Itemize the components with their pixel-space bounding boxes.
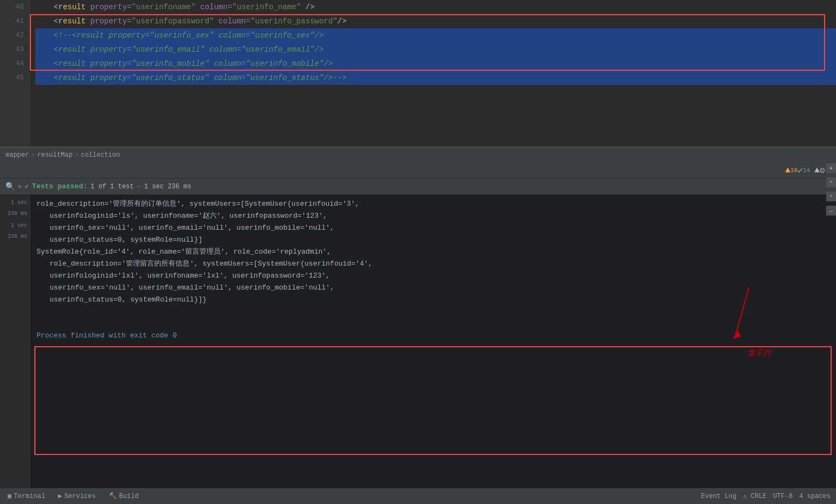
svg-line-0: [735, 287, 749, 336]
red-output-box: [34, 346, 832, 455]
breadcrumb-bar: mapper › resultMap › collection: [0, 147, 836, 162]
services-label: Services: [64, 493, 96, 500]
output-content: role_description='管理所有的订单信息', systemUser…: [30, 195, 836, 504]
spaces-label: 4 spaces: [799, 493, 831, 500]
search-icon[interactable]: 🔍: [5, 182, 15, 191]
breadcrumb-collection[interactable]: collection: [81, 151, 120, 159]
run-output: 1 sec 236 ms 1 sec 236 ms role_descripti…: [0, 195, 836, 504]
align-left-icon[interactable]: ≡: [826, 177, 836, 187]
toolbar-row: ▲ 18 ✔ 14 ▲ ⚙ —: [0, 162, 836, 179]
code-line-42: <!--<result property="userinfo_sex" colu…: [35, 28, 836, 42]
chevron-up-icon: ▲: [814, 165, 820, 175]
output-line-6: role_description='管理留言的所有信息', systemUser…: [36, 258, 829, 270]
gear-icon[interactable]: ⚙: [820, 165, 825, 176]
output-line-8: userinfo_sex='null', userinfo_email='nul…: [36, 282, 829, 294]
output-line-blank1: [36, 306, 829, 318]
output-line-7: userinfologinid='lxl', userinfoname='lxl…: [36, 270, 829, 282]
code-line-41: <result property="userinfopassword" colu…: [35, 14, 836, 28]
line-num-43: 43: [0, 42, 29, 57]
tab-services[interactable]: ▶ Services: [56, 488, 98, 504]
status-right: Event Log ⚠ CRLE UTF-8 4 spaces: [701, 492, 831, 500]
output-line-5: SystemRole{role_id='4', role_name='留言管理员…: [36, 246, 829, 258]
main-layout: 40 41 42 43 44 45 <result property="user…: [0, 0, 836, 504]
editor-top: 40 41 42 43 44 45 <result property="user…: [0, 0, 836, 147]
terminal-label: Terminal: [14, 493, 45, 500]
dash-sep: –: [137, 183, 141, 190]
code-lines: <result property="userinfoname" column="…: [30, 0, 836, 146]
warning-crle: ⚠ CRLE: [743, 492, 766, 500]
run-time-1: 1 sec 236 ms: [0, 198, 29, 219]
encoding-label: UTF-8: [773, 493, 792, 500]
event-log-link[interactable]: Event Log: [701, 493, 736, 500]
line-num-44: 44: [0, 57, 29, 71]
test-pass-icon: ✔: [25, 182, 29, 190]
tests-passed-label: Tests passed:: [32, 182, 87, 190]
build-icon: 🔨: [109, 492, 117, 500]
tab-build[interactable]: 🔨 Build: [107, 488, 141, 504]
line-num-45: 45: [0, 71, 29, 85]
terminal-icon: ▣: [8, 492, 11, 500]
warning-count: 18: [790, 167, 797, 174]
scroll-up-icon[interactable]: ▲: [826, 163, 836, 173]
align-right-icon[interactable]: ≡: [826, 192, 836, 201]
output-line-3: userinfo_sex='null', userinfo_email='nul…: [36, 222, 829, 234]
status-bar: ▣ Terminal ▶ Services 🔨 Build Event Log …: [0, 488, 836, 504]
code-line-40: <result property="userinfoname" column="…: [35, 0, 836, 14]
build-label: Build: [119, 493, 139, 500]
output-line-process: Process finished with exit code 0: [36, 330, 829, 342]
code-line-44: <result property="userinfo_mobile" colum…: [35, 57, 836, 71]
breadcrumb-mapper[interactable]: mapper: [5, 151, 29, 159]
code-area: 40 41 42 43 44 45 <result property="user…: [0, 0, 836, 146]
code-line-45: <result property="userinfo_status" colum…: [35, 71, 836, 85]
output-line-9: userinfo_status=0, systemRole=null}]}: [36, 294, 829, 306]
line-num-40: 40: [0, 0, 29, 14]
arrow-svg: [727, 282, 760, 353]
line-numbers: 40 41 42 43 44 45: [0, 0, 30, 146]
check-icon: ✔: [798, 165, 803, 176]
chevron-right-icon: »: [18, 183, 22, 190]
side-panel: 1 sec 236 ms 1 sec 236 ms: [0, 195, 30, 504]
breadcrumb-sep-2: ›: [75, 151, 78, 159]
code-line-43: <result property="userinfo_email" column…: [35, 42, 836, 57]
breadcrumb-sep-1: ›: [31, 151, 35, 159]
output-line-blank2: [36, 318, 829, 330]
line-num-42: 42: [0, 28, 29, 42]
annotation-container: 拿不到: [748, 347, 771, 360]
run-time-2: 1 sec 236 ms: [0, 220, 29, 242]
breadcrumb-resultmap[interactable]: resultMap: [37, 151, 72, 159]
tests-passed-value: 1 of 1 test: [90, 183, 133, 190]
output-line-4: userinfo_status=0, systemRole=null}]: [36, 234, 829, 246]
output-line-1: role_description='管理所有的订单信息', systemUser…: [36, 198, 829, 210]
tab-terminal[interactable]: ▣ Terminal: [5, 488, 47, 504]
test-bar: 🔍 » ✔ Tests passed: 1 of 1 test – 1 sec …: [0, 179, 836, 195]
wrap-icon[interactable]: ↵: [826, 206, 836, 216]
output-line-2: userinfologinid='ls', userinfoname='赵六',…: [36, 210, 829, 222]
line-num-41: 41: [0, 14, 29, 28]
test-duration: 1 sec 236 ms: [144, 183, 191, 190]
services-icon: ▶: [58, 492, 62, 500]
side-icons: ▲ ≡ ≡ ↵: [826, 163, 836, 216]
check-count: 14: [803, 167, 810, 174]
warning-triangle-icon: ▲: [785, 165, 791, 175]
